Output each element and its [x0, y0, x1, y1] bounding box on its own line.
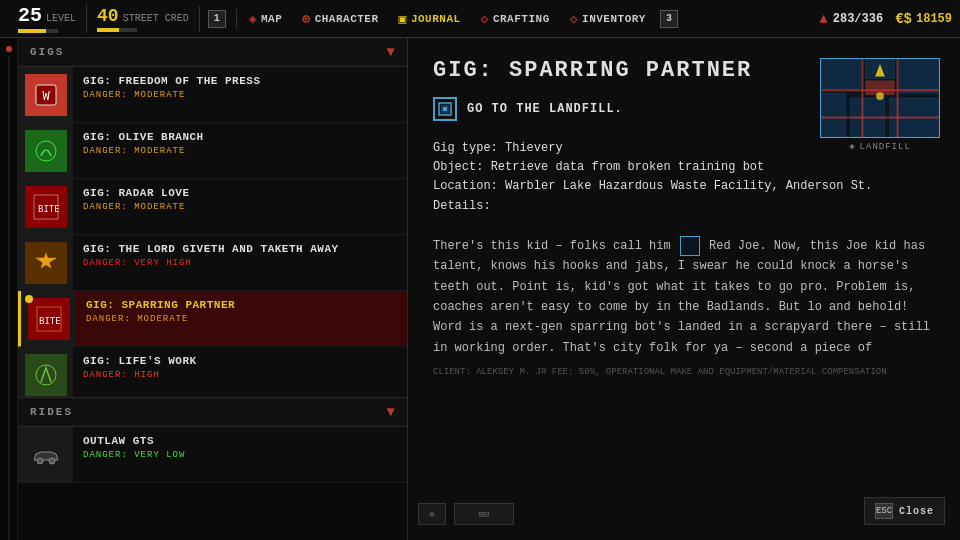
gig-icon-radar: BITE — [25, 186, 67, 228]
left-panel: GIGS ▼ W GIG: FREEDOM OF THE PRESS DANG — [18, 38, 408, 540]
gigs-list: W GIG: FREEDOM OF THE PRESS DANGER: MODE… — [18, 67, 407, 397]
gig-thumb-olive — [18, 123, 73, 178]
topbar-right: ▲ 283/336 €$ 18159 — [819, 11, 952, 27]
svg-point-2 — [36, 141, 56, 161]
svg-text:BITE: BITE — [38, 204, 60, 214]
svg-point-25 — [876, 92, 884, 100]
gig-icon-sparring: BITE — [28, 298, 70, 340]
gig-info-sparring: GIG: SPARRING PARTNER DANGER: MODERATE — [76, 291, 407, 346]
right-panel: ◈ LANDFILL GIG: SPARRING PARTNER GO TO T… — [408, 38, 960, 540]
svg-rect-13 — [822, 59, 861, 88]
svg-point-10 — [37, 458, 43, 464]
gig-icon-freedom: W — [25, 74, 67, 116]
ride-danger-outlaw: DANGER: VERY LOW — [83, 450, 397, 460]
gigs-collapse-icon: ▼ — [387, 44, 395, 60]
character-icon: ⊕ — [302, 11, 310, 27]
health-icon: ▲ — [819, 11, 827, 27]
gig-fine-print: CLIENT: ALEKSEY M. JR FEE: 50%, OPERATIO… — [433, 366, 935, 379]
gig-thumb-lifework — [18, 347, 73, 397]
location-value: Warbler Lake Hazardous Waste Facility, A… — [505, 179, 872, 193]
level-display: 25 LEVEL — [8, 4, 87, 33]
gig-name-freedom: GIG: FREEDOM OF THE PRESS — [83, 75, 397, 87]
minimap-label: ◈ LANDFILL — [820, 141, 940, 152]
money-icon: €$ — [895, 11, 912, 27]
level-label: LEVEL — [46, 13, 76, 24]
gig-item-lifework[interactable]: GIG: LIFE'S WORK DANGER: HIGH — [18, 347, 407, 397]
svg-rect-16 — [822, 93, 846, 137]
inventory-icon: ◇ — [570, 11, 578, 27]
badge-1: 1 — [200, 10, 234, 28]
svg-text:BITE: BITE — [39, 316, 61, 326]
objective-icon — [433, 97, 457, 121]
gig-info-lifework: GIG: LIFE'S WORK DANGER: HIGH — [73, 347, 407, 397]
money-value: 18159 — [916, 12, 952, 26]
ride-thumb-outlaw — [18, 427, 73, 482]
left-strip — [0, 38, 18, 540]
gig-description: There's this kid – folks call him Red Jo… — [433, 236, 935, 379]
gig-info-freedom: GIG: FREEDOM OF THE PRESS DANGER: MODERA… — [73, 67, 407, 122]
gig-item-lord[interactable]: GIG: THE LORD GIVETH AND TAKETH AWAY DAN… — [18, 235, 407, 291]
gig-item-radar[interactable]: BITE GIG: RADAR LOVE DANGER: MODERATE — [18, 179, 407, 235]
gig-name-sparring: GIG: SPARRING PARTNER — [86, 299, 397, 311]
svg-text:W: W — [42, 89, 50, 103]
gig-name-lifework: GIG: LIFE'S WORK — [83, 355, 397, 367]
nav-character[interactable]: ⊕ CHARACTER — [292, 11, 388, 27]
bottom-left-btn-2[interactable]: ⊞⊟ — [454, 503, 514, 525]
separator — [236, 9, 237, 29]
nav-map[interactable]: ◈ MAP — [239, 11, 293, 27]
gig-name-radar: GIG: RADAR LOVE — [83, 187, 397, 199]
map-icon: ◈ — [249, 11, 257, 27]
gig-danger-lord: DANGER: VERY HIGH — [83, 258, 397, 268]
rides-title: RIDES — [30, 406, 73, 418]
journal-icon: ▣ — [399, 11, 407, 27]
gigs-section-header[interactable]: GIGS ▼ — [18, 38, 407, 67]
nav-inventory[interactable]: ◇ INVENTORY — [560, 11, 656, 27]
gig-danger-freedom: DANGER: MODERATE — [83, 90, 397, 100]
gig-item-freedom[interactable]: W GIG: FREEDOM OF THE PRESS DANGER: MODE… — [18, 67, 407, 123]
ride-name-outlaw: OUTLAW GTS — [83, 435, 397, 447]
nav-crafting[interactable]: ◇ CRAFTING — [471, 11, 560, 27]
ride-item-outlaw[interactable]: OUTLAW GTS DANGER: VERY LOW — [18, 427, 407, 483]
fine-print-text: CLIENT: ALEKSEY M. JR FEE: 50%, OPERATIO… — [433, 367, 887, 377]
location-label: Location: — [433, 179, 498, 193]
svg-rect-15 — [900, 59, 939, 93]
close-key: ESC — [875, 503, 893, 519]
close-button[interactable]: ESC Close — [864, 497, 945, 525]
money-display: €$ 18159 — [895, 11, 952, 27]
topbar: 25 LEVEL 40 STREET CRED 1 ◈ MAP ⊕ CHARAC… — [0, 0, 960, 38]
minimap-frame — [820, 58, 940, 138]
health-value: 283/336 — [833, 12, 883, 26]
gig-thumb-radar: BITE — [18, 179, 73, 234]
rides-section-header[interactable]: RIDES ▼ — [18, 398, 407, 427]
bottom-left-btn-1[interactable]: ⊕ — [418, 503, 446, 525]
svg-rect-28 — [443, 107, 447, 111]
gig-name-lord: GIG: THE LORD GIVETH AND TAKETH AWAY — [83, 243, 397, 255]
health-display: ▲ 283/336 — [819, 11, 883, 27]
gig-item-sparring[interactable]: BITE GIG: SPARRING PARTNER DANGER: MODER… — [18, 291, 407, 347]
ride-icon-outlaw — [25, 434, 67, 476]
gig-thumb-freedom: W — [18, 67, 73, 122]
new-badge — [25, 295, 33, 303]
main-layout: GIGS ▼ W GIG: FREEDOM OF THE PRESS DANG — [0, 38, 960, 540]
details-label: Details: — [433, 199, 491, 213]
close-label: Close — [899, 506, 934, 517]
nav-journal[interactable]: ▣ JOURNAL — [389, 11, 471, 27]
inline-icon — [680, 236, 700, 256]
strip-line — [8, 56, 10, 540]
gig-item-olive[interactable]: GIG: OLIVE BRANCH DANGER: MODERATE — [18, 123, 407, 179]
ride-info-outlaw: OUTLAW GTS DANGER: VERY LOW — [73, 427, 407, 482]
strip-dot — [6, 46, 12, 52]
inventory-badge: 3 — [656, 10, 682, 28]
gig-danger-radar: DANGER: MODERATE — [83, 202, 397, 212]
object-label: Object: — [433, 160, 483, 174]
gig-danger-olive: DANGER: MODERATE — [83, 146, 397, 156]
gig-icon-olive — [25, 130, 67, 172]
rides-section: RIDES ▼ OUTLAW GTS DANGER: VERY LOW — [18, 397, 407, 483]
gig-danger-lifework: DANGER: HIGH — [83, 370, 397, 380]
gig-icon-lifework — [25, 354, 67, 396]
rides-collapse-icon: ▼ — [387, 404, 395, 420]
svg-point-11 — [49, 458, 55, 464]
objective-text: GO TO THE LANDFILL. — [467, 102, 623, 116]
minimap: ◈ LANDFILL — [820, 58, 940, 148]
street-cred-label: STREET CRED — [123, 13, 189, 24]
